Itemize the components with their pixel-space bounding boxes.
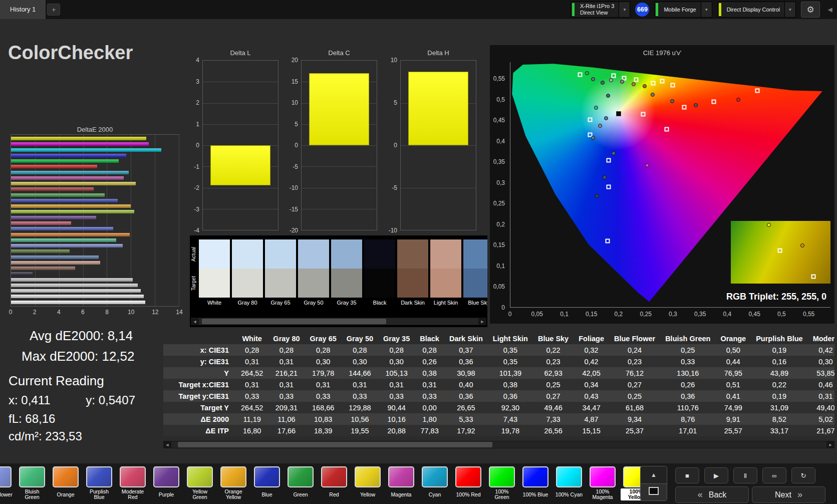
patch-button-blue-flower[interactable]: Blue Flower [0, 466, 14, 500]
table-cell: 0,36 [660, 390, 715, 402]
measurement-marker [651, 93, 655, 97]
settings-button[interactable]: ⚙ [801, 2, 820, 18]
meter-source[interactable]: Mobile Forge ▼ [654, 2, 712, 18]
scroll-right-icon[interactable]: ► [478, 319, 486, 324]
swatch-label: Blue Sky [463, 298, 487, 307]
table-cell: 0,33 [660, 356, 715, 367]
scroll-up-button[interactable]: ▲ [641, 466, 667, 483]
patch-button-green[interactable]: Green [285, 466, 316, 500]
scrollbar-thumb[interactable] [178, 442, 492, 447]
meter-display-control[interactable]: Direct Display Control ▼ [717, 2, 796, 18]
axis-tick-label: 15 [292, 78, 298, 85]
stop-button[interactable]: ■ [675, 467, 699, 483]
infinity-button[interactable]: ∞ [762, 467, 786, 483]
scroll-left-icon[interactable]: ◄ [163, 442, 171, 447]
table-cell: 33,17 [751, 425, 807, 436]
patch-button-label: 100% Blue [522, 488, 549, 500]
table-cell: 101,39 [488, 367, 533, 379]
scrollbar-track[interactable] [199, 318, 478, 325]
table-cell: 144,66 [342, 367, 378, 379]
patch-swatch [0, 466, 12, 487]
axis-tick-label: 10 [292, 99, 298, 106]
deltae-bar-red [11, 187, 94, 191]
patch-button-label: 100% Magenta [587, 488, 618, 500]
column-header: Gray 35 [378, 333, 415, 344]
meter-measurement-device[interactable]: X-Rite i1Pro 3 Direct View ▼ [571, 2, 630, 18]
tab-history-1[interactable]: History 1 [0, 0, 46, 19]
collapse-panel-button[interactable]: ◀ [825, 3, 835, 17]
scrollbar-thumb[interactable] [202, 319, 386, 324]
table-cell: 0,36 [488, 390, 533, 402]
patch-button-yellow-green[interactable]: Yellow Green [184, 466, 215, 500]
patch-swatch [489, 466, 515, 487]
scrollbar-track[interactable] [171, 441, 826, 448]
scroll-right-icon[interactable]: ► [826, 442, 834, 447]
patch-button-red[interactable]: Red [319, 466, 350, 500]
axis-tick-label: 12 [152, 309, 158, 316]
next-button[interactable]: Next » [752, 486, 825, 503]
table-cell: 0,46 [808, 379, 834, 390]
pause-button[interactable]: Ⅱ [733, 467, 757, 483]
table-cell: 10,83 [305, 413, 342, 425]
deltae-bar-gray-35 [11, 278, 133, 282]
patch-button-100-magenta[interactable]: 100% Magenta [587, 466, 618, 500]
patch-button-100-blue[interactable]: 100% Blue [520, 466, 551, 500]
patch-button-100-cyan[interactable]: 100% Cyan [553, 466, 585, 500]
bottom-patch-bar: Blue FlowerBluish GreenOrangePurplish Bl… [0, 463, 837, 504]
axis-tick-label: 0 [295, 142, 298, 149]
table-cell: 0,33 [342, 390, 378, 402]
column-header: Gray 50 [342, 333, 378, 344]
table-cell: 1,80 [415, 413, 444, 425]
inset-measurement-marker [767, 223, 771, 227]
patch-button-moderate-red[interactable]: Moderate Red [117, 466, 148, 500]
patch-button-100-red[interactable]: 100% Red [453, 466, 484, 500]
patch-button-yellow[interactable]: Yellow [352, 466, 383, 500]
deltae-bar-gray-80 [11, 295, 144, 298]
patch-button-magenta[interactable]: Magenta [386, 466, 417, 500]
swatch-strip-scrollbar[interactable]: ◄ ► [191, 318, 486, 325]
patch-button-cyan[interactable]: Cyan [419, 466, 450, 500]
patch-button-purplish-blue[interactable]: Purplish Blue [84, 466, 115, 500]
chevron-down-icon[interactable]: ▼ [619, 2, 630, 17]
chevron-down-icon[interactable]: ▼ [701, 2, 712, 17]
axis-tick-label: 0,45 [748, 311, 760, 318]
table-cell: 10,16 [378, 413, 415, 425]
patch-button-orange[interactable]: Orange [50, 466, 81, 500]
axis-tick-label: 0 [9, 309, 13, 316]
table-scrollbar[interactable]: ◄ ► [163, 441, 834, 448]
swatch-column-blue-sky: Blue Sky [463, 239, 487, 308]
patch-button-100-green[interactable]: 100% Green [486, 466, 517, 500]
patch-button-label: Magenta [390, 488, 413, 500]
table-cell: 0,27 [609, 379, 660, 390]
scroll-left-icon[interactable]: ◄ [191, 319, 199, 324]
swatch-column-gray-35: Gray 35 [331, 239, 362, 308]
deltae-bar-blue-sky [11, 256, 99, 259]
patch-button-blue[interactable]: Blue [251, 466, 283, 500]
table-cell: 216,21 [268, 367, 305, 379]
gridline [203, 103, 278, 104]
table-cell: 26,65 [444, 402, 488, 413]
back-button[interactable]: « Back [675, 486, 749, 503]
loop-button[interactable]: ↻ [791, 467, 815, 483]
patch-swatch [254, 466, 280, 487]
deltae-bar-yellow [11, 182, 136, 185]
table-cell: 31,09 [751, 402, 807, 413]
table-cell: 0,37 [444, 344, 488, 356]
swatch-column-black: Black [364, 239, 395, 308]
actual-swatch [331, 239, 362, 269]
measurement-marker [645, 163, 649, 167]
table-cell: 0,23 [609, 356, 660, 367]
measurement-marker [594, 106, 598, 110]
table-cell: 19,78 [488, 425, 533, 436]
patch-button-purple[interactable]: Purple [151, 466, 182, 500]
pattern-window-button[interactable] [641, 483, 667, 501]
axis-tick-label: 4 [57, 309, 61, 316]
add-tab-button[interactable]: + [47, 4, 60, 16]
play-button[interactable]: ▶ [704, 467, 728, 483]
chevron-down-icon[interactable]: ▼ [784, 2, 795, 17]
meter-status-bar [656, 3, 658, 16]
axis-tick-label: 0,05 [531, 311, 543, 318]
patch-button-bluish-green[interactable]: Bluish Green [17, 466, 48, 500]
patch-button-orange-yellow[interactable]: Orange Yellow [218, 466, 249, 500]
axis-tick-label: 0 [508, 311, 512, 318]
